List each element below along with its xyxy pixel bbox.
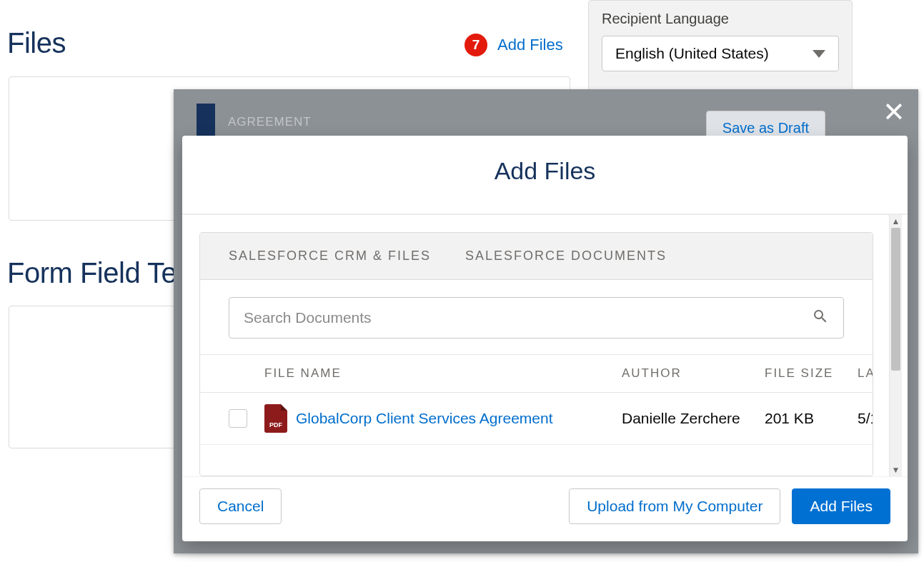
add-files-modal: Add Files SALESFORCE CRM & FILES SALESFO… bbox=[182, 136, 908, 541]
agreement-caption: AGREEMENT bbox=[228, 115, 312, 129]
add-files-button[interactable]: Add Files bbox=[792, 488, 890, 524]
pdf-icon: PDF bbox=[264, 404, 287, 433]
close-icon[interactable]: ✕ bbox=[883, 96, 905, 128]
row-last: 5/1 bbox=[858, 410, 873, 427]
form-field-heading: Form Field Te bbox=[7, 257, 177, 289]
source-tabs-card: SALESFORCE CRM & FILES SALESFORCE DOCUME… bbox=[199, 232, 873, 476]
tab-crm-files[interactable]: SALESFORCE CRM & FILES bbox=[229, 249, 431, 264]
recipient-language-value: English (United States) bbox=[615, 45, 769, 62]
tab-salesforce-documents[interactable]: SALESFORCE DOCUMENTS bbox=[465, 249, 667, 264]
files-heading: Files bbox=[7, 27, 66, 59]
row-checkbox[interactable] bbox=[229, 409, 247, 428]
search-icon[interactable] bbox=[812, 308, 829, 328]
tabs-bar: SALESFORCE CRM & FILES SALESFORCE DOCUME… bbox=[200, 233, 873, 280]
col-last: LAS bbox=[858, 366, 873, 381]
modal-body: SALESFORCE CRM & FILES SALESFORCE DOCUME… bbox=[182, 214, 908, 476]
recipient-language-label: Recipient Language bbox=[602, 11, 839, 27]
step-badge: 7 bbox=[465, 34, 487, 56]
scroll-thumb[interactable] bbox=[891, 228, 900, 371]
search-field[interactable] bbox=[229, 297, 844, 338]
col-file-size: FILE SIZE bbox=[765, 366, 858, 381]
modal-title: Add Files bbox=[182, 136, 908, 214]
scrollbar[interactable]: ▲ ▼ bbox=[889, 215, 902, 476]
scroll-down-icon[interactable]: ▼ bbox=[890, 463, 902, 476]
table-row[interactable]: PDF GlobalCorp Client Services Agreement… bbox=[200, 393, 873, 445]
search-input[interactable] bbox=[244, 309, 812, 326]
row-author: Danielle Zerchere bbox=[622, 410, 765, 427]
cancel-button[interactable]: Cancel bbox=[199, 488, 282, 524]
modal-footer: Cancel Upload from My Computer Add Files bbox=[182, 476, 908, 541]
file-name-link[interactable]: GlobalCorp Client Services Agreement bbox=[296, 410, 553, 427]
chevron-down-icon bbox=[813, 50, 825, 58]
row-size: 201 KB bbox=[765, 410, 858, 427]
upload-from-computer-button[interactable]: Upload from My Computer bbox=[569, 488, 780, 524]
table-header: FILE NAME AUTHOR FILE SIZE LAS bbox=[200, 354, 873, 393]
col-author: AUTHOR bbox=[622, 366, 765, 381]
recipient-language-panel: Recipient Language English (United State… bbox=[588, 0, 853, 91]
scroll-up-icon[interactable]: ▲ bbox=[890, 215, 902, 228]
add-files-link[interactable]: 7 Add Files bbox=[465, 34, 563, 56]
recipient-language-select[interactable]: English (United States) bbox=[602, 36, 839, 71]
add-files-link-text: Add Files bbox=[497, 36, 563, 54]
col-file-name: FILE NAME bbox=[264, 366, 622, 381]
